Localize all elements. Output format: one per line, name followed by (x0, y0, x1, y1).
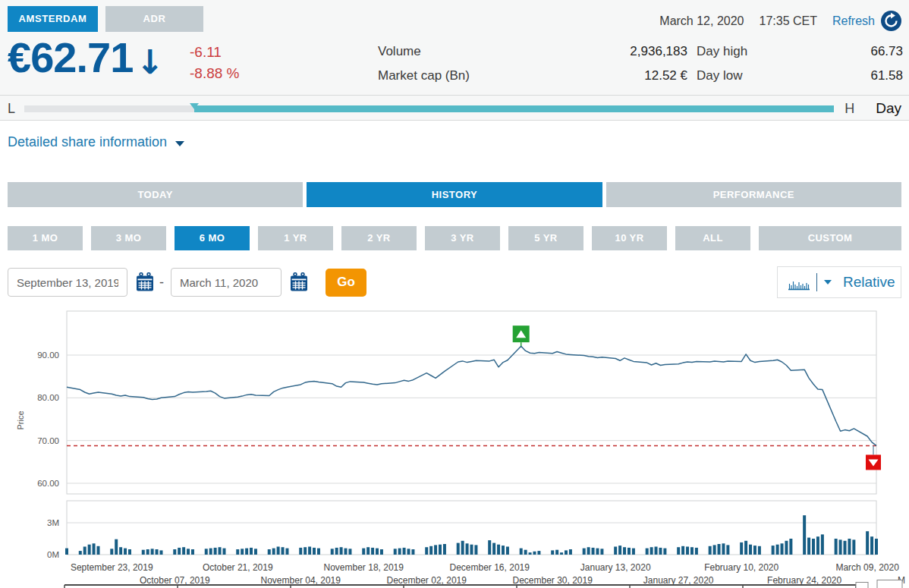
volume-bar (335, 548, 338, 555)
navigator-handle (877, 580, 902, 588)
volume-bar (178, 548, 181, 555)
range-button-1yr[interactable]: 1 YR (258, 226, 333, 250)
price-change: -6.11 (190, 42, 239, 63)
range-button-2yr[interactable]: 2 YR (341, 226, 417, 250)
x-tick-label: December 30, 2019 (512, 575, 593, 586)
range-period-label: Day (876, 100, 901, 117)
volume-bar (781, 543, 784, 555)
go-button[interactable]: Go (326, 269, 366, 297)
volume-bar (492, 543, 495, 555)
volume-bar (268, 549, 271, 555)
x-tick-label: January 27, 2020 (643, 575, 714, 586)
volume-bar (331, 549, 334, 555)
market-tab-adr[interactable]: ADR (105, 6, 203, 32)
range-button-1mo[interactable]: 1 MO (8, 226, 83, 250)
volume-bar (429, 546, 432, 555)
volume-bar (348, 549, 351, 555)
volume-bar (182, 547, 185, 555)
volume-bar (159, 550, 162, 555)
volume-bar (88, 545, 91, 555)
volume-bar (844, 541, 847, 555)
y-tick-label: 70.00 (37, 436, 59, 445)
x-tick-label: December 16, 2019 (450, 562, 530, 573)
volume-bar (772, 546, 775, 555)
volume-tick-label: 0M (47, 550, 59, 559)
refresh-label: Refresh (832, 14, 875, 28)
volume-bar (65, 549, 68, 555)
volume-bar (690, 547, 694, 555)
stat-label-volume: Volume (378, 44, 421, 59)
volume-bar (533, 552, 536, 555)
volume-bar (340, 547, 343, 555)
volume-bar (124, 549, 127, 555)
current-price: €62.71 (8, 36, 133, 79)
range-high-label: H (845, 101, 854, 117)
volume-bar (317, 549, 320, 555)
volume-bar (655, 547, 658, 555)
volume-bar (474, 545, 477, 555)
volume-bar (663, 549, 666, 555)
x-tick-label: March 09, 2020 (835, 562, 899, 573)
volume-bar (686, 547, 689, 555)
volume-bar (443, 544, 446, 555)
tab-performance[interactable]: PERFORMANCE (606, 182, 901, 207)
stat-label-dayhigh: Day high (697, 44, 747, 59)
volume-bar (623, 547, 626, 555)
volume-bar (366, 547, 370, 555)
volume-bar (695, 548, 698, 555)
volume-bar (650, 547, 653, 555)
volume-bar (93, 543, 96, 555)
volume-bar (277, 547, 280, 555)
date-from-input[interactable] (8, 268, 127, 297)
volume-bar (659, 548, 662, 555)
volume-bar (812, 539, 815, 555)
volume-bar (403, 548, 406, 555)
volume-bar (110, 549, 113, 555)
range-button-10yr[interactable]: 10 YR (592, 226, 667, 250)
stat-value-dayhigh: 66.73 (789, 44, 903, 59)
tab-today[interactable]: TODAY (8, 182, 303, 207)
quote-date: March 12, 2020 (659, 14, 744, 28)
calendar-from-icon[interactable] (136, 272, 154, 292)
price-volume-chart[interactable]: 90.0080.0070.0060.00Price3M0MSeptember 2… (0, 310, 909, 588)
volume-bar (407, 549, 410, 555)
chart-type-caret-icon[interactable] (824, 280, 832, 285)
stat-value-marketcap: 12.52 € (531, 68, 687, 83)
volume-bar (219, 547, 222, 555)
volume-bar (816, 536, 819, 555)
volume-bar (565, 550, 568, 555)
volume-bar (380, 549, 383, 555)
volume-bar (839, 539, 842, 555)
volume-bar (749, 545, 752, 555)
volume-bar (250, 548, 253, 555)
detailed-share-info-link[interactable]: Detailed share information (8, 134, 184, 150)
volume-bar (789, 539, 792, 555)
stat-label-daylow: Day low (697, 68, 742, 83)
volume-bar (852, 539, 855, 555)
range-button-3yr[interactable]: 3 YR (425, 226, 500, 250)
market-tab-amsterdam[interactable]: AMSTERDAM (8, 6, 98, 32)
range-button-5yr[interactable]: 5 YR (508, 226, 583, 250)
range-button-3mo[interactable]: 3 MO (91, 226, 166, 250)
divider (0, 95, 909, 96)
volume-bar (156, 549, 159, 555)
volume-bar (119, 547, 122, 555)
volume-bar (681, 546, 684, 555)
refresh-icon[interactable] (881, 11, 901, 31)
volume-bar (875, 539, 878, 555)
volume-bar (285, 549, 288, 555)
calendar-to-icon[interactable] (290, 272, 308, 292)
volume-bar (718, 544, 721, 555)
chart-mode-selector[interactable]: Relative (777, 266, 901, 298)
tab-history[interactable]: HISTORY (307, 182, 602, 207)
volume-bar (254, 549, 257, 555)
volume-bar (870, 536, 873, 555)
volume-bar (677, 547, 680, 555)
volume-bar (709, 546, 712, 555)
date-to-input[interactable] (171, 268, 282, 297)
volume-bar (241, 549, 244, 555)
range-button-6mo[interactable]: 6 MO (175, 226, 250, 250)
range-button-all[interactable]: ALL (675, 226, 750, 250)
refresh-button[interactable]: Refresh (832, 11, 901, 31)
range-button-custom[interactable]: CUSTOM (759, 226, 901, 250)
